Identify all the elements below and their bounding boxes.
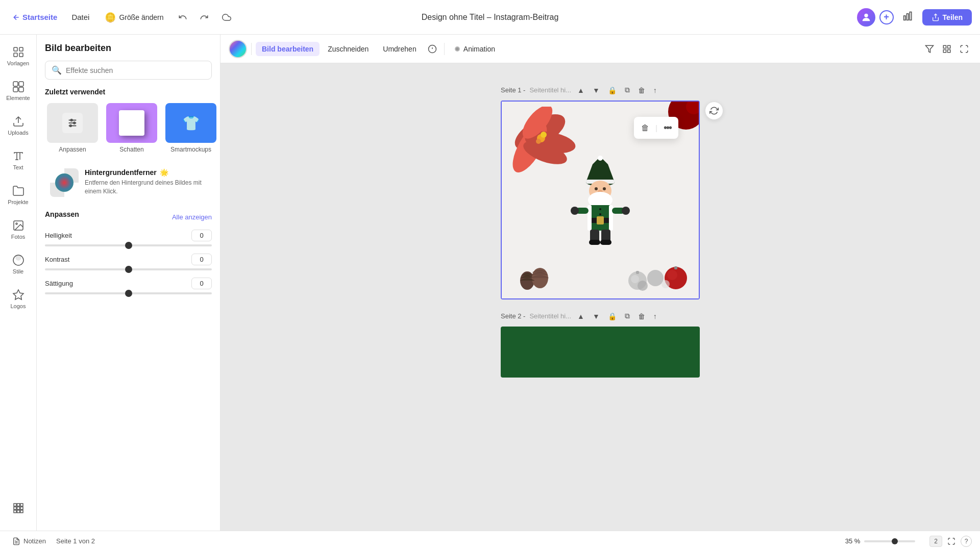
bild-bearbeiten-button[interactable]: Bild bearbeiten (256, 42, 320, 56)
sidebar-label-stile: Stile (13, 268, 23, 274)
kontrast-header: Kontrast 0 (45, 254, 212, 265)
page2-collapse-down[interactable]: ▼ (591, 310, 602, 322)
search-input[interactable] (66, 66, 205, 74)
svg-rect-40 (948, 49, 950, 52)
zoom-slider[interactable] (864, 540, 915, 542)
sidebar-item-uploads[interactable]: Uploads (1, 109, 36, 142)
page2-title[interactable]: Seitentitel hi... (529, 312, 571, 320)
page2-canvas[interactable] (501, 327, 700, 378)
kontrast-thumb[interactable] (125, 266, 132, 273)
bottom-bar: Notizen Seite 1 von 2 35 % 2 ? (0, 531, 980, 551)
shadow-inner (119, 110, 144, 136)
animation-button[interactable]: Animation (449, 42, 501, 56)
sidebar-item-logos[interactable]: Logos (1, 283, 36, 315)
page2-container: Seite 2 - Seitentitel hi... ▲ ▼ 🔒 ⧉ 🗑 ↑ (501, 310, 700, 378)
page2-delete[interactable]: 🗑 (636, 310, 647, 322)
info-icon (428, 44, 437, 54)
sidebar-item-text[interactable]: Text (1, 144, 36, 177)
anpassen-header: Anpassen Alle anzeigen (45, 210, 212, 223)
kontrast-slider[interactable] (45, 268, 212, 270)
helligkeit-slider[interactable] (45, 244, 212, 246)
umdrehen-button[interactable]: Umdrehen (377, 42, 422, 56)
sidebar-label-vorlagen: Vorlagen (7, 60, 29, 66)
sidebar-item-vorlagen[interactable]: Vorlagen (1, 40, 36, 72)
page1-title[interactable]: Seitentitel hi... (529, 86, 571, 94)
search-box[interactable]: 🔍 (45, 61, 212, 80)
fullscreen-button[interactable] (944, 535, 959, 547)
back-button[interactable]: Startseite (8, 10, 61, 24)
design-canvas-1[interactable]: 🗑 | ••• (501, 101, 700, 299)
saettigung-thumb[interactable] (125, 290, 132, 297)
page-indicator: Seite 1 von 2 (56, 537, 95, 545)
cloud-button[interactable] (218, 10, 235, 25)
redo-icon (200, 13, 209, 22)
helligkeit-thumb[interactable] (125, 242, 132, 249)
grid-view-icon (942, 44, 951, 54)
share-button[interactable]: Teilen (922, 9, 972, 26)
add-profile-button[interactable]: + (879, 10, 894, 24)
svg-rect-62 (597, 216, 604, 224)
sidebar-item-elemente[interactable]: Elemente (1, 74, 36, 107)
page1-share[interactable]: ↑ (651, 84, 659, 96)
sidebar-item-fotos[interactable]: Fotos (1, 213, 36, 246)
effect-anpassen[interactable]: Anpassen (45, 101, 100, 155)
bg-remover-thumb-sphere (55, 173, 74, 192)
effect-smartmockups[interactable]: 👕 Smartmockups (163, 101, 218, 155)
page-nav-button[interactable]: 2 (929, 536, 942, 547)
page1-collapse-down[interactable]: ▼ (591, 84, 602, 96)
filter-icon-button[interactable] (922, 41, 937, 57)
refresh-icon (709, 106, 719, 115)
page2-collapse-up[interactable]: ▲ (575, 310, 586, 322)
alle-anzeigen-link[interactable]: Alle anzeigen (172, 213, 212, 221)
fotos-icon (12, 219, 24, 232)
notes-button[interactable]: Notizen (8, 535, 50, 547)
saettigung-row: Sättigung 0 (45, 278, 212, 294)
grid-view-button[interactable] (939, 41, 954, 57)
color-button[interactable] (229, 40, 247, 58)
effect-schatten[interactable]: Schatten (104, 101, 159, 155)
bg-remover-description: Entferne den Hintergrund deines Bildes m… (85, 179, 207, 196)
page2-share[interactable]: ↑ (651, 310, 659, 322)
svg-point-31 (74, 122, 76, 124)
expand-button[interactable] (957, 41, 972, 57)
refresh-button[interactable] (705, 102, 723, 120)
page1-delete[interactable]: 🗑 (636, 84, 647, 96)
datei-button[interactable]: Datei (67, 10, 93, 24)
sidebar-item-more[interactable] (1, 493, 36, 525)
sidebar-item-projekte[interactable]: Projekte (1, 179, 36, 211)
sidebar-label-elemente: Elemente (6, 95, 30, 101)
svg-point-59 (591, 193, 609, 201)
help-button[interactable]: ? (961, 536, 972, 547)
page1-container: Seite 1 - Seitentitel hi... ▲ ▼ 🔒 ⧉ 🗑 ↑ (501, 84, 700, 299)
analytics-button[interactable] (900, 8, 916, 27)
redo-button[interactable] (197, 10, 212, 25)
page1-lock[interactable]: 🔒 (606, 84, 619, 96)
svg-rect-3 (910, 12, 911, 20)
ctx-more-button[interactable]: ••• (662, 120, 673, 136)
panel-title: Bild bearbeiten (45, 43, 212, 54)
user-icon (861, 12, 872, 23)
page1-duplicate[interactable]: ⧉ (623, 84, 632, 96)
svg-rect-1 (903, 16, 905, 20)
page1-collapse-up[interactable]: ▲ (575, 84, 586, 96)
info-button[interactable] (425, 41, 440, 57)
helligkeit-row: Helligkeit 0 (45, 230, 212, 246)
groesse-button[interactable]: 🪙 Größe ändern (100, 9, 168, 26)
toolbar-left: Startseite Datei 🪙 Größe ändern (8, 9, 487, 26)
effect-label-schatten: Schatten (119, 146, 143, 153)
bg-remover[interactable]: Hintergrundentferner 🌟 Entferne den Hint… (45, 163, 212, 202)
filter-icon (925, 44, 934, 54)
page2-lock[interactable]: 🔒 (606, 310, 619, 322)
page2-duplicate[interactable]: ⧉ (623, 310, 632, 322)
saettigung-slider[interactable] (45, 292, 212, 294)
effect-thumb-schatten (106, 103, 157, 143)
zuschneiden-button[interactable]: Zuschneiden (322, 42, 375, 56)
groesse-coin-icon: 🪙 (105, 12, 116, 23)
svg-point-52 (598, 156, 603, 161)
sidebar-item-stile[interactable]: Stile (1, 248, 36, 281)
svg-marker-36 (926, 45, 934, 53)
zoom-thumb[interactable] (892, 538, 898, 544)
ctx-delete-button[interactable]: 🗑 (639, 121, 651, 135)
undo-button[interactable] (175, 10, 190, 25)
anpassen-section-title: Anpassen (45, 210, 79, 218)
